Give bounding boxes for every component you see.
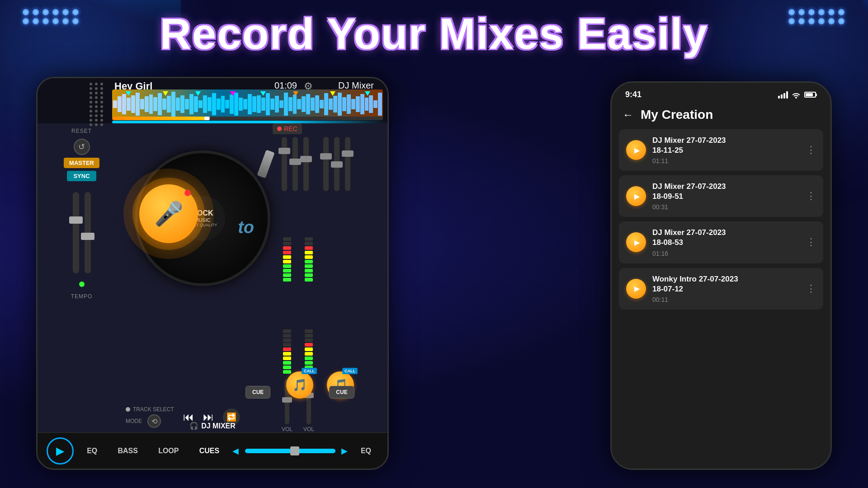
list-item[interactable]: ▶ DJ Mixer 27-07-2023 18-11-25 01:11 ⋮ — [619, 129, 823, 171]
cue-wrap-1: CUE — [245, 386, 270, 399]
tab-loop[interactable]: LOOP — [151, 443, 186, 459]
wifi-icon — [792, 91, 801, 99]
creation-name-1: DJ Mixer 27-07-2023 18-11-25 — [652, 136, 800, 155]
battery-icon — [804, 92, 817, 98]
crossfader-arrow-left[interactable]: ◀ — [232, 446, 239, 456]
play-circle-4[interactable]: ▶ — [626, 279, 646, 299]
mode-label: MODE — [126, 418, 142, 424]
cue-buttons: CUE CUE — [245, 386, 354, 399]
dot-grid — [90, 83, 104, 126]
mic-button[interactable]: 🎤 — [139, 184, 198, 243]
sync-badge[interactable]: SYNC — [67, 171, 96, 181]
crossfader-arrow-right[interactable]: ▶ — [341, 446, 348, 456]
transport-area: TRACK SELECT MODE ⟲ ⏮ ⏭ 🔁 — [126, 406, 383, 428]
status-bar: 9:41 — [612, 83, 830, 103]
call-badge-2: CALL — [342, 368, 358, 374]
back-button[interactable]: ← — [623, 108, 633, 121]
eq-fader-4[interactable] — [323, 137, 329, 191]
creation-duration-4: 00:11 — [652, 296, 800, 303]
progress-line-bottom — [112, 121, 387, 123]
creation-list: ▶ DJ Mixer 27-07-2023 18-11-25 01:11 ⋮ ▶ — [612, 129, 830, 469]
volume-slider-left[interactable] — [73, 192, 79, 273]
eq-fader-1[interactable] — [282, 137, 287, 191]
more-button-3[interactable]: ⋮ — [806, 236, 816, 248]
creation-name-2: DJ Mixer 27-07-2023 18-09-51 — [652, 182, 800, 202]
title-area: Record Your Mixes Easily — [160, 9, 708, 59]
play-circle-1[interactable]: ▶ — [626, 140, 646, 160]
creation-info-1: DJ Mixer 27-07-2023 18-11-25 01:11 — [652, 136, 800, 164]
more-button-2[interactable]: ⋮ — [806, 190, 816, 202]
play-icon-4: ▶ — [634, 284, 640, 293]
light-dots-right — [788, 9, 845, 24]
master-badge[interactable]: MASTER — [64, 158, 99, 168]
play-button-main[interactable]: ▶ — [47, 437, 74, 465]
creation-name-3: DJ Mixer 27-07-2023 18-08-53 — [652, 228, 800, 248]
phone-dj-mixer: Hey Girl 01:09 ⚙ DJ Mixer — [36, 77, 389, 470]
waveform-canvas — [112, 89, 383, 119]
list-item[interactable]: ▶ DJ Mixer 27-07-2023 18-09-51 00:31 ⋮ — [619, 175, 823, 217]
dj-mixer-label: 🎧 DJ MIXER — [189, 422, 236, 430]
light-dots-left — [23, 9, 80, 24]
creation-name-4: Wonky Intro 27-07-2023 18-07-12 — [652, 274, 800, 294]
tab-bass[interactable]: BASS — [111, 443, 145, 459]
tempo-label: TEMPO — [71, 293, 93, 300]
creation-info-3: DJ Mixer 27-07-2023 18-08-53 01:16 — [652, 228, 800, 257]
reset-button[interactable]: ↺ — [74, 139, 90, 155]
status-icons — [778, 91, 817, 99]
cue-wrap-2: CUE — [329, 386, 354, 399]
cue-button-2[interactable]: CUE — [329, 386, 354, 399]
tab-cues[interactable]: CUES — [192, 443, 226, 459]
play-icon-2: ▶ — [634, 192, 640, 201]
creation-duration-2: 00:31 — [652, 203, 800, 211]
mixer-section: REC — [282, 128, 383, 358]
main-title: Record Your Mixes Easily — [160, 9, 708, 59]
eq-fader-2[interactable] — [292, 137, 298, 191]
progress-bar[interactable] — [112, 117, 383, 120]
status-time: 9:41 — [625, 90, 642, 99]
list-item[interactable]: ▶ DJ Mixer 27-07-2023 18-08-53 01:16 ⋮ — [619, 221, 823, 263]
page-title: My Creation — [641, 108, 713, 122]
mic-overlay: 🎤 — [123, 169, 214, 259]
mic-icon: 🎤 — [154, 200, 184, 228]
tab-eq2[interactable]: EQ — [354, 443, 378, 459]
track-select-label: TRACK SELECT — [133, 406, 174, 413]
record-button[interactable]: REC — [273, 123, 302, 134]
creation-duration-3: 01:16 — [652, 250, 800, 257]
play-circle-3[interactable]: ▶ — [626, 232, 646, 252]
record-text-line2: to — [238, 218, 268, 237]
phone-my-creation: 9:41 — [610, 81, 832, 470]
more-button-1[interactable]: ⋮ — [806, 144, 816, 156]
eq-fader-5[interactable] — [334, 137, 340, 191]
left-sidebar: RESET ↺ MASTER SYNC TEMPO — [38, 123, 126, 432]
page-header: ← My Creation — [612, 103, 830, 129]
dj-screen: Hey Girl 01:09 ⚙ DJ Mixer — [38, 78, 387, 469]
signal-bars-icon — [778, 91, 788, 99]
play-icon-3: ▶ — [634, 238, 640, 247]
bottom-bar: ▶ EQ BASS LOOP CUES ◀ ▶ EQ — [38, 432, 387, 469]
play-circle-2[interactable]: ▶ — [626, 186, 646, 206]
crossfader[interactable] — [245, 449, 335, 453]
tab-eq[interactable]: EQ — [80, 443, 104, 459]
volume-slider-right[interactable] — [85, 192, 91, 273]
level-indicator — [79, 282, 85, 287]
cue-button-1[interactable]: CUE — [245, 386, 270, 399]
eq-fader-3[interactable] — [303, 137, 309, 191]
list-item[interactable]: ▶ Wonky Intro 27-07-2023 18-07-12 00:11 … — [619, 268, 823, 310]
creation-info-4: Wonky Intro 27-07-2023 18-07-12 00:11 — [652, 274, 800, 303]
eq-faders — [282, 137, 350, 191]
mic-outer-ring: 🎤 — [123, 169, 214, 259]
phone-right-inner: 9:41 — [612, 83, 830, 469]
play-icon-1: ▶ — [634, 146, 640, 155]
mic-rec-dot — [184, 190, 191, 196]
reset-label: RESET — [71, 128, 92, 134]
eq-fader-6[interactable] — [345, 137, 350, 191]
mode-button[interactable]: ⟲ — [147, 414, 161, 428]
call-badge-1: CALL — [302, 368, 317, 374]
headphones-icon: 🎧 — [189, 422, 198, 430]
waveform-area: Hey Girl 01:09 ⚙ DJ Mixer — [38, 78, 387, 123]
creation-info-2: DJ Mixer 27-07-2023 18-09-51 00:31 — [652, 182, 800, 211]
creation-duration-1: 01:11 — [652, 157, 800, 164]
more-button-4[interactable]: ⋮ — [806, 283, 816, 295]
mic-inner-ring: 🎤 — [132, 178, 205, 250]
